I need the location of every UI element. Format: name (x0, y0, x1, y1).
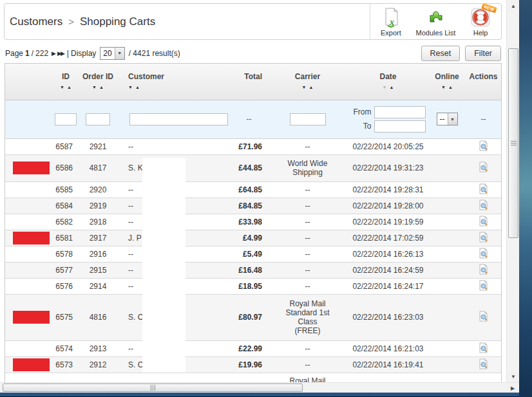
shopping-carts-screen: Customers > Shopping Carts x Export (0, 0, 532, 397)
view-details-icon[interactable] (478, 311, 489, 322)
actions-cell (466, 246, 501, 262)
sort-desc-icon[interactable]: ▼ (302, 83, 307, 92)
view-details-icon[interactable] (478, 280, 489, 291)
scroll-right-icon[interactable]: ▶ (508, 383, 518, 393)
sort-asc-icon[interactable]: ▲ (309, 83, 314, 92)
red-redaction-box (13, 358, 50, 371)
vertical-scrollbar[interactable]: ▲ ▼ (506, 0, 519, 382)
date-from-input[interactable] (374, 106, 426, 118)
cart-date: 02/22/2014 16:24:17 (348, 278, 428, 294)
sort-desc-icon[interactable]: ▼ (60, 83, 64, 92)
cart-total: £64.85 (231, 181, 267, 198)
view-details-icon[interactable] (478, 140, 489, 151)
cart-row[interactable]: 6587 2921 -- £71.96 -- 02/22/2014 20:05:… (5, 138, 501, 154)
sort-desc-icon[interactable]: ▼ (128, 83, 133, 92)
order-id-filter-input[interactable] (86, 113, 110, 125)
view-details-icon[interactable] (478, 264, 489, 275)
carts-table-wrap: ID ▼▲ Order ID ▼▲ Custom (5, 63, 502, 382)
view-details-icon[interactable] (478, 216, 489, 226)
sort-desc-icon[interactable]: ▼ (441, 83, 446, 92)
export-button[interactable]: x Export (378, 6, 404, 38)
online-cell (428, 214, 466, 230)
window-frame-bottom (0, 392, 519, 397)
carrier-filter-input[interactable] (290, 113, 326, 125)
cart-id: 6573 (53, 356, 78, 373)
cart-date: 02/22/2014 19:31:23 (348, 154, 428, 181)
cart-date: 02/22/2014 16:23:03 (348, 294, 428, 340)
vertical-scrollbar-thumb[interactable] (508, 48, 518, 238)
next-page-icon[interactable]: ▶ (52, 50, 55, 57)
col-date-label: Date (379, 72, 396, 81)
cart-id: 6574 (53, 340, 78, 356)
id-filter-input[interactable] (55, 113, 77, 125)
view-details-icon[interactable] (478, 342, 489, 353)
col-date: Date ▼▲ (348, 64, 428, 100)
filter-button[interactable]: Filter (465, 46, 501, 61)
cart-row[interactable]: Royal Mail (5, 373, 501, 382)
red-redaction-box (13, 311, 50, 324)
cart-row[interactable]: 6584 2919 -- £84.85 -- 02/22/2014 19:28:… (5, 198, 501, 214)
cart-id: 6586 (53, 154, 78, 181)
cart-row[interactable]: 6585 2920 -- £64.85 -- 02/22/2014 19:28:… (5, 181, 501, 198)
cart-id: 6584 (53, 198, 78, 214)
pagination-bar: Page 1 / 222 ▶ ▶▶ | Display 20 ▼ / 4421 … (5, 44, 501, 62)
scroll-up-icon[interactable]: ▲ (508, 1, 519, 11)
date-filter: From To (348, 106, 428, 133)
last-page-icon[interactable]: ▶▶ (57, 50, 64, 57)
sort-asc-icon[interactable]: ▲ (99, 83, 104, 92)
help-button[interactable]: NEW Help (468, 6, 493, 38)
page-title: Shopping Carts (80, 15, 155, 28)
reset-button[interactable]: Reset (421, 46, 461, 61)
display-label: Display (71, 49, 96, 58)
sort-desc-icon[interactable]: ▼ (92, 83, 97, 92)
order-id: 4816 (78, 294, 118, 340)
online-cell (428, 181, 466, 198)
sort-asc-icon[interactable]: ▲ (448, 83, 453, 92)
order-id: 2913 (78, 340, 118, 356)
cart-row[interactable]: 6576 2914 -- £18.95 -- 02/22/2014 16:24:… (5, 278, 501, 294)
order-id: 2916 (78, 246, 118, 262)
col-indicator (5, 64, 53, 100)
cart-total: £4.99 (231, 230, 267, 246)
sort-desc-icon-active[interactable]: ▼ (383, 83, 387, 92)
page-label: Page (5, 49, 23, 58)
cart-total: £80.97 (231, 294, 267, 340)
online-select-value: -- (437, 115, 448, 124)
filter-indicator-cell (5, 100, 53, 138)
view-details-icon[interactable] (478, 248, 489, 259)
cart-id: 6585 (53, 181, 78, 198)
view-details-icon[interactable] (478, 232, 489, 243)
horizontal-scrollbar[interactable]: ▶ (0, 382, 519, 392)
modules-list-button[interactable]: Modules List (414, 6, 458, 38)
view-details-icon[interactable] (478, 358, 489, 369)
display-select[interactable]: 20 ▼ (100, 47, 124, 60)
sort-asc-icon[interactable]: ▲ (390, 83, 394, 92)
cart-row[interactable]: 6586 4817 S. K £44.85 World Wide Shippin… (5, 154, 501, 181)
cart-date: 02/22/2014 16:26:13 (348, 246, 428, 262)
cart-row[interactable]: 6577 2915 -- £16.48 -- 02/22/2014 16:24:… (5, 262, 501, 278)
online-filter-select[interactable]: -- ▼ (437, 113, 458, 125)
scroll-down-icon[interactable]: ▼ (508, 371, 519, 382)
actions-cell (466, 278, 501, 294)
cart-total: £16.48 (231, 262, 267, 278)
date-to-input[interactable] (374, 120, 426, 133)
view-details-icon[interactable] (478, 183, 489, 194)
view-details-icon[interactable] (478, 199, 489, 210)
cart-date: 02/22/2014 16:24:59 (348, 262, 428, 278)
sort-asc-icon[interactable]: ▲ (67, 83, 71, 92)
horizontal-scrollbar-thumb[interactable] (3, 383, 303, 392)
breadcrumb-customers[interactable]: Customers (10, 15, 62, 28)
red-redaction-box (13, 232, 50, 245)
cart-row[interactable]: 6573 2912 S. C £19.96 -- 02/22/2014 16:1… (5, 356, 501, 373)
cart-row[interactable]: 6582 2918 -- £33.98 -- 02/22/2014 19:19:… (5, 214, 501, 230)
cart-row[interactable]: 6581 2917 J. P £4.99 -- 02/22/2014 17:02… (5, 230, 501, 246)
cart-row[interactable]: 6575 4816 S. C £80.97 Royal Mail Standar… (5, 294, 501, 340)
sort-asc-icon[interactable]: ▲ (135, 83, 140, 92)
view-details-icon[interactable] (478, 162, 489, 172)
customer-filter-input[interactable] (129, 113, 228, 125)
carrier-name: -- (267, 230, 348, 246)
order-id: 2917 (78, 230, 118, 246)
cart-row[interactable]: 6574 2913 -- £22.99 -- 02/22/2014 16:21:… (5, 340, 501, 356)
col-id: ID ▼▲ (53, 64, 78, 100)
cart-row[interactable]: 6578 2916 -- £5.49 -- 02/22/2014 16:26:1… (5, 246, 501, 262)
